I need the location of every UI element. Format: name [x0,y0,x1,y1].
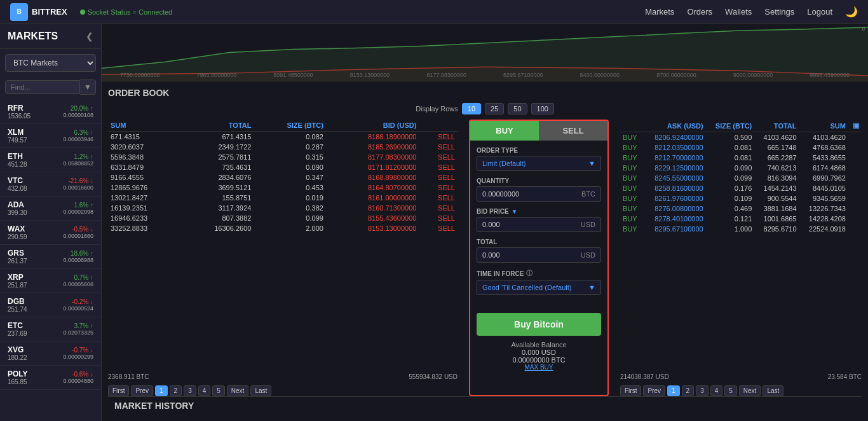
buy-link[interactable]: BUY [623,164,637,172]
table-row: 16946.6233807.38820.0998155.43600000SELL [108,213,458,223]
display-rows-10[interactable]: 10 [462,103,481,114]
chart-labels: 7730.00000000 7965.00000000 8091.4850000… [102,72,868,78]
sidebar-item[interactable]: ETC237.69 3.7% ↑0.02073325 [0,317,101,342]
page-last[interactable]: Last [250,385,271,396]
wallets-link[interactable]: Wallets [725,7,752,17]
buy-link[interactable]: BUY [623,154,637,162]
bids-footer-usd: 555934.832 USD [409,373,458,380]
sell-link[interactable]: SELL [438,133,455,141]
page-4[interactable]: 4 [710,385,723,396]
total-input[interactable] [482,251,559,259]
buy-link[interactable]: BUY [623,134,637,141]
page-first[interactable]: First [108,385,129,396]
balance-usd: 0.000 USD [477,349,601,356]
buy-link[interactable]: BUY [623,215,637,223]
trade-panel: BUY SELL ORDER TYPE Limit (Default) ▼ [469,120,609,396]
sell-link[interactable]: SELL [438,174,455,181]
col-header-action [419,120,458,132]
sidebar-item[interactable]: DGB251.74 -0.2% ↓0.00000524 [0,293,101,317]
max-buy-link[interactable]: MAX BUY [477,364,601,371]
order-type-label: ORDER TYPE [477,147,601,154]
page-next[interactable]: Next [739,385,761,396]
orders-link[interactable]: Orders [687,7,712,17]
asks-footer-usd: 214038.387 USD [620,373,669,380]
buy-link[interactable]: BUY [623,225,637,233]
buy-bitcoin-button[interactable]: Buy Bitcoin [477,313,601,336]
display-rows-control: Display Rows 10 25 50 100 [108,103,862,114]
page-3[interactable]: 3 [184,385,196,396]
sell-link[interactable]: SELL [438,143,455,151]
page-prev[interactable]: Prev [131,385,153,396]
table-row: BUY8229.125000000.090740.62136174.4868 [620,163,862,173]
sidebar-item[interactable]: GRS261.37 18.6% ↑0.00008988 [0,245,101,269]
sell-link[interactable]: SELL [438,194,455,202]
time-in-force-label: TIME IN FORCE ⓘ [477,269,601,278]
buy-link[interactable]: BUY [623,184,637,192]
bid-price-arrow[interactable]: ▼ [512,208,518,215]
buy-link[interactable]: BUY [623,174,637,182]
sell-link[interactable]: SELL [438,224,455,232]
page-5[interactable]: 5 [724,385,737,396]
logout-link[interactable]: Logout [807,7,832,17]
page-1[interactable]: 1 [155,385,168,396]
sell-link[interactable]: SELL [438,153,455,161]
quantity-control: BTC [477,186,601,202]
market-select[interactable]: BTC Markets [5,54,96,72]
sidebar-item[interactable]: XRP251.87 0.7% ↑0.00005606 [0,269,101,293]
sidebar-item[interactable]: WAX290.59 -0.5% ↓0.00001660 [0,221,101,245]
sidebar-item[interactable]: XVG180.22 -0.7% ↓0.00000299 [0,342,101,366]
table-row: BUY8261.976000000.109900.55449345.5659 [620,193,862,204]
page-4[interactable]: 4 [198,385,211,396]
sidebar-item[interactable]: ETH451.28 1.2% ↑0.05808852 [0,148,101,172]
sidebar-item[interactable]: XLM749.57 6.3% ↑0.00003946 [0,124,101,148]
quantity-input[interactable] [482,190,559,198]
tab-buy[interactable]: BUY [470,121,539,141]
table-row: 16139.23513117.39240.3828160.71300000SEL… [108,203,458,213]
table-row: BUY8206.924000000.5004103.46204103.4620 [620,132,862,143]
search-button[interactable]: ▼ [80,79,96,95]
sell-link[interactable]: SELL [438,214,455,222]
page-next[interactable]: Next [227,385,249,396]
dark-mode-icon[interactable]: 🌙 [845,6,858,18]
table-row: 6331.8479735.46310.0908171.81200000SELL [108,162,458,172]
sidebar-item[interactable]: ADA399.30 1.6% ↑0.00002098 [0,197,101,221]
sidebar-collapse-button[interactable]: ❮ [86,31,93,41]
settings-link[interactable]: Settings [764,7,794,17]
page-3[interactable]: 3 [696,385,709,396]
sell-link[interactable]: SELL [438,184,455,191]
page-first[interactable]: First [620,385,641,396]
table-row: BUY8276.008000000.4693881.168413226.7343 [620,204,862,214]
display-rows-100[interactable]: 100 [531,103,554,114]
trade-form-body: ORDER TYPE Limit (Default) ▼ QUANTITY [470,141,607,308]
page-2[interactable]: 2 [682,385,695,396]
sidebar-item[interactable]: POLY165.85 -0.6% ↓0.00004880 [0,366,101,390]
time-in-force-select[interactable]: Good 'Til Cancelled (Default) ▼ [477,280,601,295]
tab-sell[interactable]: SELL [539,121,607,141]
table-row: BUY8212.700000000.081665.22875433.8655 [620,153,862,163]
buy-link[interactable]: BUY [623,144,637,151]
display-rows-25[interactable]: 25 [485,103,504,114]
markets-link[interactable]: Markets [645,7,674,17]
logo-icon: B [10,3,28,21]
sidebar-item[interactable]: RFR1536.05 20.0% ↑0.00000108 [0,100,101,124]
bid-price-unit: USD [581,221,595,228]
buy-link[interactable]: BUY [623,195,637,202]
col-header-action [620,120,643,132]
bid-price-input[interactable] [482,221,559,228]
page-prev[interactable]: Prev [643,385,665,396]
page-last[interactable]: Last [763,385,783,396]
buy-link[interactable]: BUY [623,205,637,212]
sidebar-item[interactable]: VTC432.08 -21.6% ↓0.00016600 [0,172,101,197]
balance-btc: 0.00000000 BTC [477,356,601,364]
page-2[interactable]: 2 [170,385,182,396]
search-input[interactable] [5,80,80,94]
col-header-total: TOTAL [754,120,799,132]
display-rows-50[interactable]: 50 [508,103,527,114]
sell-link[interactable]: SELL [438,163,455,171]
page-5[interactable]: 5 [212,385,225,396]
order-type-select[interactable]: Limit (Default) ▼ [477,156,601,171]
page-1[interactable]: 1 [667,385,680,396]
sell-link[interactable]: SELL [438,204,455,212]
sidebar-items: RFR1536.05 20.0% ↑0.00000108 XLM749.57 6… [0,100,101,421]
table-row: 5596.38482575.78110.3158177.08300000SELL [108,152,458,162]
